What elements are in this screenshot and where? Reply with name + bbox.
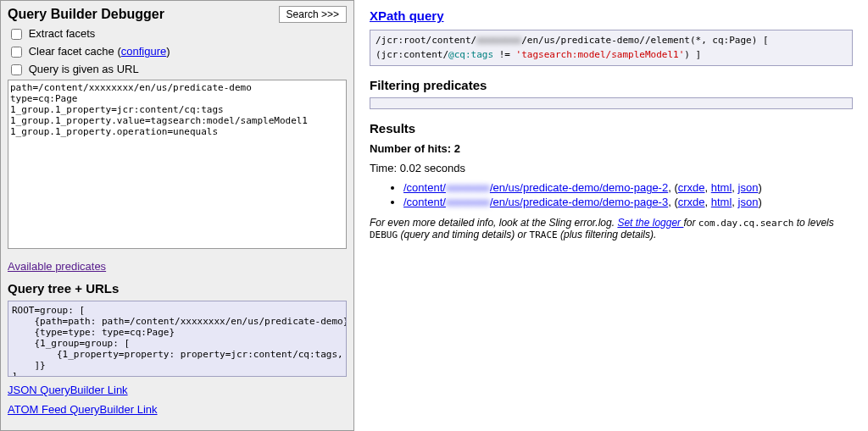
result-item: /content/xxxxxxxx/en/us/predicate-demo/d… (403, 196, 853, 208)
clear-cache-checkbox[interactable] (11, 47, 22, 58)
atom-feed-link[interactable]: ATOM Feed QueryBuilder Link (8, 403, 347, 416)
url-mode-label: Query is given as URL (29, 63, 139, 75)
query-tree-box[interactable]: ROOT=group: [ {path=path: path=/content/… (8, 301, 347, 377)
configure-link[interactable]: configure (121, 45, 166, 58)
html-link[interactable]: html (711, 181, 732, 194)
results-list: /content/xxxxxxxx/en/us/predicate-demo/d… (370, 181, 853, 208)
crxde-link[interactable]: crxde (678, 196, 705, 208)
hits-count: Number of hits: 2 (370, 142, 853, 155)
set-logger-link[interactable]: Set the logger (617, 217, 683, 229)
xpath-box: /jcr:root/content/xxxxxxxx/en/us/predica… (370, 30, 853, 66)
filtering-box (370, 97, 853, 109)
right-panel: XPath query /jcr:root/content/xxxxxxxx/e… (354, 0, 868, 431)
search-button[interactable]: Search >>> (279, 6, 347, 23)
json-querybuilder-link[interactable]: JSON QueryBuilder Link (8, 384, 347, 396)
json-link[interactable]: json (738, 196, 759, 208)
results-heading: Results (370, 121, 853, 135)
footnote: For even more detailed info, look at the… (370, 217, 853, 240)
query-tree-heading: Query tree + URLs (8, 281, 347, 296)
url-mode-checkbox[interactable] (11, 64, 22, 75)
result-path-link[interactable]: /content/xxxxxxxx/en/us/predicate-demo/d… (403, 181, 668, 194)
clear-cache-label: Clear facet cache ( (29, 45, 121, 58)
extract-facets-checkbox[interactable] (11, 29, 22, 40)
extract-facets-label: Extract facets (29, 27, 96, 40)
crxde-link[interactable]: crxde (678, 181, 705, 194)
page-title: Query Builder Debugger (8, 7, 164, 22)
available-predicates-link[interactable]: Available predicates (8, 260, 347, 273)
time-label: Time: 0.02 seconds (370, 162, 853, 174)
left-panel: Query Builder Debugger Search >>> Extrac… (0, 0, 354, 431)
result-path-link[interactable]: /content/xxxxxxxx/en/us/predicate-demo/d… (403, 196, 668, 208)
query-input[interactable] (8, 80, 347, 249)
result-item: /content/xxxxxxxx/en/us/predicate-demo/d… (403, 181, 853, 194)
filtering-heading: Filtering predicates (370, 78, 853, 92)
json-link[interactable]: json (738, 181, 759, 194)
html-link[interactable]: html (711, 196, 732, 208)
xpath-query-link[interactable]: XPath query (370, 8, 444, 23)
